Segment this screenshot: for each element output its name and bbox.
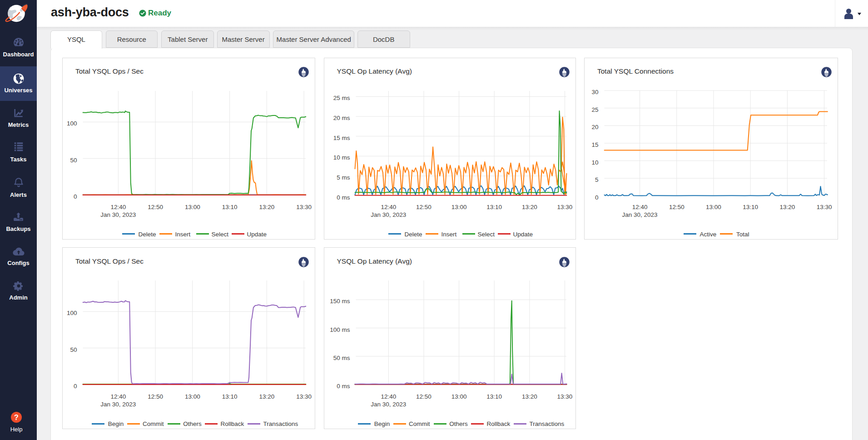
svg-text:15: 15 (591, 141, 598, 148)
svg-text:Jan 30, 2023: Jan 30, 2023 (371, 211, 406, 218)
svg-text:Jan 30, 2023: Jan 30, 2023 (371, 401, 406, 408)
svg-text:150 ms: 150 ms (330, 298, 350, 305)
svg-text:12:40: 12:40 (632, 204, 648, 210)
svg-text:13:30: 13:30 (817, 204, 832, 210)
svg-text:13:30: 13:30 (557, 204, 572, 210)
svg-text:13:00: 13:00 (185, 204, 200, 210)
svg-text:0 ms: 0 ms (337, 383, 350, 390)
svg-text:100 ms: 100 ms (330, 326, 350, 333)
svg-text:13:10: 13:10 (222, 393, 238, 400)
svg-text:12:50: 12:50 (148, 204, 163, 210)
svg-text:100: 100 (67, 120, 77, 127)
svg-text:0: 0 (74, 383, 77, 390)
svg-text:13:20: 13:20 (259, 393, 274, 400)
svg-text:50 ms: 50 ms (333, 355, 350, 361)
svg-text:25 ms: 25 ms (333, 95, 350, 101)
svg-text:13:30: 13:30 (296, 393, 312, 400)
svg-text:10 ms: 10 ms (333, 154, 350, 161)
svg-text:13:20: 13:20 (259, 204, 274, 210)
svg-text:13:20: 13:20 (522, 393, 537, 400)
svg-text:13:30: 13:30 (296, 204, 312, 210)
svg-text:100: 100 (67, 310, 77, 317)
svg-text:13:00: 13:00 (451, 204, 466, 210)
svg-text:13:30: 13:30 (557, 393, 572, 400)
svg-text:5 ms: 5 ms (337, 174, 350, 181)
svg-text:13:00: 13:00 (185, 393, 200, 400)
svg-text:25: 25 (591, 106, 598, 113)
svg-text:13:10: 13:10 (486, 204, 502, 210)
svg-text:10: 10 (591, 159, 598, 165)
svg-text:13:00: 13:00 (451, 393, 466, 400)
svg-text:12:40: 12:40 (381, 393, 396, 400)
svg-text:12:40: 12:40 (110, 393, 126, 400)
svg-text:30: 30 (591, 89, 598, 95)
svg-text:Jan 30, 2023: Jan 30, 2023 (100, 401, 136, 408)
svg-text:20 ms: 20 ms (333, 115, 350, 121)
svg-text:Jan 30, 2023: Jan 30, 2023 (100, 211, 136, 218)
svg-text:Jan 30, 2023: Jan 30, 2023 (622, 211, 658, 218)
svg-text:12:50: 12:50 (148, 393, 163, 400)
svg-text:13:20: 13:20 (780, 204, 795, 210)
svg-text:13:10: 13:10 (222, 204, 238, 210)
svg-text:12:40: 12:40 (381, 204, 396, 210)
svg-text:50: 50 (70, 346, 77, 353)
svg-text:12:50: 12:50 (416, 393, 432, 400)
svg-text:0: 0 (74, 193, 77, 200)
svg-text:?: ? (14, 414, 19, 421)
svg-text:12:50: 12:50 (416, 204, 432, 210)
svg-text:15 ms: 15 ms (333, 135, 350, 141)
svg-text:20: 20 (591, 124, 598, 130)
svg-text:0: 0 (595, 194, 599, 201)
svg-text:12:40: 12:40 (110, 204, 126, 210)
svg-text:50: 50 (70, 157, 77, 164)
svg-text:0 ms: 0 ms (337, 194, 350, 201)
svg-text:13:10: 13:10 (486, 393, 502, 400)
svg-text:5: 5 (595, 176, 599, 183)
svg-text:12:50: 12:50 (669, 204, 684, 210)
svg-text:13:20: 13:20 (522, 204, 537, 210)
svg-text:13:10: 13:10 (743, 204, 758, 210)
svg-text:13:00: 13:00 (706, 204, 721, 210)
